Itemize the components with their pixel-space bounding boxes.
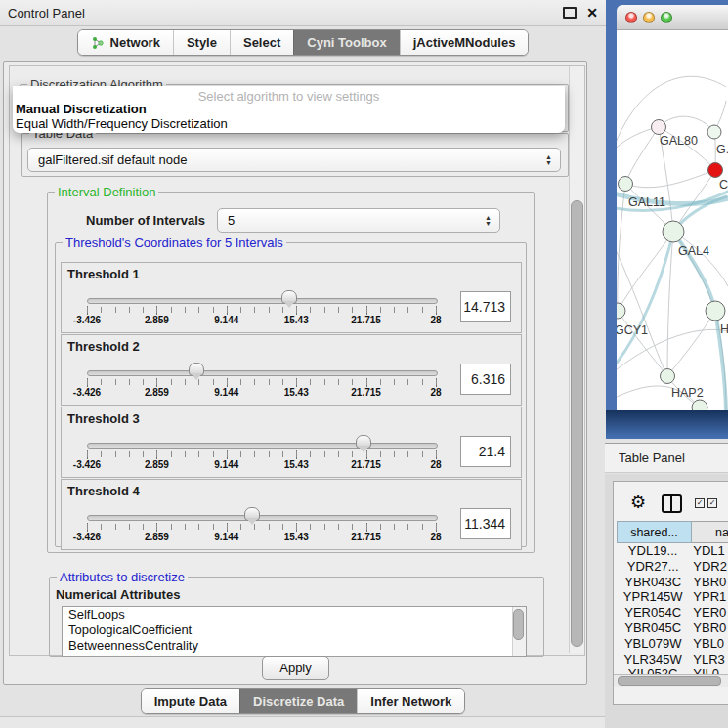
slider-tick-label: 15.43 bbox=[284, 387, 309, 398]
table-row[interactable]: YIL052CYIL0 bbox=[617, 666, 728, 674]
dropdown-item-equal-width-frequency[interactable]: Equal Width/Frequency Discretization bbox=[16, 116, 228, 131]
threshold-slider-thumb[interactable] bbox=[244, 507, 260, 521]
table-row[interactable]: YER054CYER0 bbox=[617, 605, 728, 621]
network-node-hap2[interactable] bbox=[661, 369, 675, 384]
table-horizontal-scrollbar-thumb[interactable] bbox=[618, 676, 721, 686]
apply-button[interactable]: Apply bbox=[262, 656, 329, 680]
apply-button-label: Apply bbox=[279, 661, 312, 675]
threshold-panel-3: Threshold 3 -3.4262.8599.14415.4321.7152… bbox=[61, 407, 522, 478]
attribute-list-item[interactable]: BetweennessCentrality bbox=[63, 638, 526, 654]
threshold-panel-2: Threshold 2 -3.4262.8599.14415.4321.7152… bbox=[61, 334, 522, 406]
threshold-value-field[interactable]: 11.344 bbox=[460, 508, 511, 539]
threshold-panel-1: Threshold 1 -3.4262.8599.14415.4321.7152… bbox=[61, 262, 522, 333]
network-node-gal11[interactable] bbox=[619, 177, 633, 192]
tab-select[interactable]: Select bbox=[230, 30, 293, 55]
table-data-combo[interactable]: galFiltered.sif default node ▲▼ bbox=[27, 148, 561, 172]
threshold-value-field[interactable]: 21.4 bbox=[460, 436, 511, 467]
slider-tick-label: -3.426 bbox=[73, 532, 101, 542]
column-header-shared-name[interactable]: shared... bbox=[617, 521, 692, 543]
tab-network[interactable]: Network bbox=[78, 30, 173, 55]
network-edge[interactable] bbox=[618, 232, 673, 311]
tab-segmented-control: Network Style Select Cyni Toolbox jActiv… bbox=[77, 29, 530, 56]
checkbox-icon[interactable]: ✓ bbox=[695, 498, 705, 508]
threshold-slider-thumb[interactable] bbox=[356, 435, 371, 449]
network-node-label: HAP2 bbox=[671, 386, 704, 400]
settings-scrollbar-thumb[interactable] bbox=[571, 200, 583, 647]
slider-tick-label: 15.43 bbox=[284, 315, 309, 325]
numerical-attributes-list[interactable]: SelfLoopsTopologicalCoefficientBetweenne… bbox=[62, 606, 527, 657]
slider-tick-label: 9.144 bbox=[214, 459, 238, 470]
attribute-items: SelfLoopsTopologicalCoefficientBetweenne… bbox=[63, 607, 526, 654]
float-window-icon[interactable] bbox=[563, 7, 577, 19]
slider-tick-label: 28 bbox=[430, 315, 441, 325]
network-edge[interactable] bbox=[659, 116, 714, 132]
network-node-label: G. bbox=[716, 143, 728, 156]
network-edge[interactable] bbox=[618, 184, 625, 311]
network-highlighted-edge[interactable] bbox=[617, 232, 673, 370]
slider-tick-label: 9.144 bbox=[214, 387, 238, 398]
threshold-slider-track[interactable] bbox=[87, 443, 438, 449]
table-row[interactable]: YLR345WYLR3 bbox=[617, 652, 728, 667]
threshold-label: Threshold 4 bbox=[67, 484, 140, 498]
threshold-value-field[interactable]: 14.713 bbox=[460, 291, 511, 322]
table-row[interactable]: YBL079WYBL0 bbox=[617, 636, 728, 652]
attribute-list-item[interactable]: TopologicalCoefficient bbox=[63, 622, 526, 638]
cell-shared-name: YDR27... bbox=[617, 559, 689, 575]
network-node-gal4[interactable] bbox=[663, 221, 684, 242]
gear-icon[interactable]: ⚙ bbox=[630, 492, 646, 513]
minimize-traffic-light[interactable] bbox=[643, 12, 655, 23]
table-row[interactable]: YDR27...YDR2 bbox=[617, 559, 728, 575]
algorithm-dropdown-popup: Select algorithm to view settings Manual… bbox=[13, 86, 565, 133]
slider-minor-ticks bbox=[87, 524, 438, 530]
table-row[interactable]: YBR043CYBR0 bbox=[617, 575, 728, 590]
network-node-c[interactable] bbox=[708, 163, 723, 178]
network-highlighted-edge[interactable] bbox=[673, 232, 726, 410]
network-edge[interactable] bbox=[673, 232, 728, 286]
number-of-intervals-spinner[interactable]: 5 ▲▼ bbox=[217, 208, 500, 233]
threshold-slider-track[interactable] bbox=[87, 370, 438, 376]
threshold-slider-thumb[interactable] bbox=[189, 363, 204, 376]
split-columns-icon[interactable] bbox=[662, 494, 682, 513]
tab-style[interactable]: Style bbox=[173, 30, 230, 55]
list-scrollbar[interactable] bbox=[512, 607, 526, 656]
network-window-titlebar[interactable] bbox=[617, 5, 728, 30]
table-row[interactable]: YPR145WYPR1 bbox=[617, 589, 728, 605]
tab-discretize-data[interactable]: Discretize Data bbox=[239, 689, 357, 713]
dropdown-item-manual-discretization[interactable]: Manual Discretization bbox=[16, 102, 147, 116]
close-traffic-light[interactable] bbox=[625, 12, 637, 23]
table-row[interactable]: YBR045CYBR0 bbox=[617, 621, 728, 636]
network-node[interactable] bbox=[692, 400, 707, 410]
slider-tick-label: 21.715 bbox=[351, 532, 381, 542]
zoom-traffic-light[interactable] bbox=[661, 12, 672, 23]
slider-tick-label: 21.715 bbox=[351, 315, 381, 325]
network-edge[interactable] bbox=[667, 311, 715, 376]
close-icon[interactable]: ✕ bbox=[586, 6, 598, 20]
table-header-row: shared... name bbox=[617, 521, 728, 543]
threshold-slider-thumb[interactable] bbox=[281, 290, 297, 304]
number-of-intervals-label: Number of Intervals bbox=[86, 213, 205, 228]
network-node-g[interactable] bbox=[707, 125, 721, 139]
attribute-list-item[interactable]: SelfLoops bbox=[63, 607, 526, 622]
threshold-slider-track[interactable] bbox=[87, 515, 438, 521]
checkbox-icon[interactable]: ✓ bbox=[707, 498, 717, 508]
network-node-gcy1[interactable] bbox=[617, 303, 625, 319]
column-header-name[interactable]: name bbox=[692, 521, 728, 543]
cell-name: YBL0 bbox=[689, 636, 728, 652]
network-node-label: C bbox=[719, 178, 728, 192]
slider-tick-label: 2.859 bbox=[145, 315, 169, 325]
network-edge[interactable] bbox=[625, 170, 715, 188]
threshold-slider-track[interactable] bbox=[87, 298, 438, 304]
tab-impute-data[interactable]: Impute Data bbox=[142, 689, 239, 713]
cell-name: YLR3 bbox=[689, 652, 728, 667]
network-node-gal80[interactable] bbox=[652, 120, 666, 135]
network-node-h[interactable] bbox=[706, 301, 725, 321]
tab-cyni-toolbox[interactable]: Cyni Toolbox bbox=[293, 30, 399, 55]
network-edge[interactable] bbox=[625, 127, 659, 184]
threshold-value-field[interactable]: 6.316 bbox=[460, 364, 511, 395]
network-canvas[interactable]: GAL80G.CGAL11GAL4GCY1HHAP2 bbox=[617, 30, 728, 410]
table-row[interactable]: YDL19...YDL1 bbox=[617, 543, 728, 559]
tab-jactivemnodules[interactable]: jActiveMNodules bbox=[400, 30, 529, 55]
list-scrollbar-thumb[interactable] bbox=[513, 609, 524, 640]
tab-infer-network[interactable]: Infer Network bbox=[357, 689, 464, 713]
control-panel-tab-bar: Network Style Select Cyni Toolbox jActiv… bbox=[0, 29, 606, 56]
